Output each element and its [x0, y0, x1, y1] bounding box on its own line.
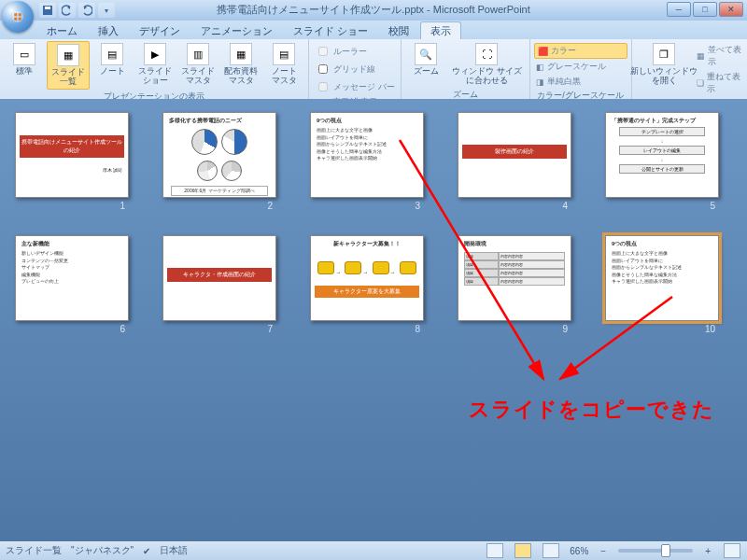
slide-number: 9	[562, 324, 571, 334]
cascade-icon: ❏	[697, 78, 704, 88]
slide-thumbnail[interactable]: 9つの視点 画面上に大きな文字と画像 画面レイアウトを簡単に 画面からシンプルな…	[310, 112, 424, 211]
new-window-icon: ❐	[653, 43, 675, 65]
zoom-icon: 🔍	[415, 43, 437, 65]
tab-review[interactable]: 校閲	[379, 22, 418, 39]
minimize-button[interactable]: ─	[667, 2, 691, 17]
arrange-all-button[interactable]: ▦並べて表示	[695, 43, 747, 69]
notes-master-button[interactable]: ▤ノート マスタ	[263, 41, 304, 90]
status-bar: スライド一覧 "ジャパネスク" ✔ 日本語 66% − +	[0, 541, 747, 560]
slide-master-button[interactable]: ▥スライド マスタ	[177, 41, 218, 90]
quick-access-toolbar: ▾	[39, 3, 115, 18]
pure-bw-button[interactable]: ◨単純白黒	[534, 75, 627, 89]
save-icon	[42, 5, 53, 16]
undo-icon	[62, 5, 73, 16]
slide-title: 新キャラクター大募集！！	[317, 240, 417, 248]
office-button[interactable]	[2, 1, 34, 33]
notes-page-icon: ▤	[101, 43, 123, 65]
group-presentation-views: ▭標準 ▦スライド 一覧 ▤ノート ▶スライド ショー ▥スライド マスタ ▦配…	[0, 39, 309, 99]
selected-slide: 9つの視点 画面上に大きな文字と画像 画面レイアウトを簡単に 画面からシンプルな…	[605, 235, 719, 321]
slide-thumbnail[interactable]: 新キャラクター大募集！！ → → → キャラクター原案を大募集 8	[310, 235, 424, 334]
status-language[interactable]: 日本語	[160, 544, 188, 557]
zoom-slider[interactable]	[618, 549, 693, 553]
slide-thumbnail[interactable]: 「携帯通のサイト」完成ステップ テンプレートの選択 ↓ レイアウトの編集 ↓ 公…	[605, 112, 719, 211]
group-window: ❐新しいウィンドウ を開く ▦並べて表示 ❏重ねて表示 ↔分割位置の移動 ⧉ウィ…	[632, 39, 747, 99]
tab-design[interactable]: デザイン	[130, 22, 190, 39]
messagebar-checkbox[interactable]: メッセージ バー	[313, 78, 397, 95]
svg-rect-1	[14, 13, 17, 16]
qat-redo-button[interactable]	[78, 3, 95, 18]
tab-slideshow[interactable]: スライド ショー	[284, 22, 377, 39]
view-normal-shortcut[interactable]	[486, 543, 503, 558]
gridlines-checkbox[interactable]: グリッド線	[313, 61, 397, 77]
slide-number: 5	[710, 201, 719, 211]
close-button[interactable]: ✕	[719, 2, 743, 17]
grayscale-icon: ◧	[536, 63, 544, 72]
slide-thumbnail[interactable]: 多様化する携帯電話のニーズ 2006年6月 マーケティング部調べ 2	[162, 112, 276, 211]
title-bar: ▾ 携帯電話向けメニューサイト作成ツール.pptx - Microsoft Po…	[0, 0, 747, 21]
slide-master-icon: ▥	[187, 43, 209, 65]
tab-home[interactable]: ホーム	[37, 22, 87, 39]
slide-title: 開発環境	[464, 240, 565, 248]
view-slide-sorter-button[interactable]: ▦スライド 一覧	[47, 41, 90, 90]
zoom-slider-thumb[interactable]	[661, 544, 670, 557]
slide-title: 携帯電話向けメニューサイト作成ツールの紹介	[20, 135, 124, 158]
chevron-down-icon: ▾	[105, 7, 108, 15]
tab-view[interactable]: 表示	[420, 21, 461, 39]
slide-thumbnail[interactable]: 製作画面の紹介 4	[458, 112, 571, 211]
slide-number: 8	[415, 324, 424, 334]
minimize-icon: ─	[676, 5, 682, 14]
slide-sorter: 携帯電話向けメニューサイト作成ツールの紹介 厚木 誠司 1 多様化する携帯電話の…	[0, 99, 747, 347]
slide-sorter-workspace[interactable]: 携帯電話向けメニューサイト作成ツールの紹介 厚木 誠司 1 多様化する携帯電話の…	[0, 99, 747, 541]
slide-thumbnail[interactable]: 主な新機能 新しいデザイン機能 コンテンツの一括変更 サイトマップ 編集機能 プ…	[15, 235, 129, 334]
qat-undo-button[interactable]	[59, 3, 76, 18]
slideshow-icon: ▶	[144, 43, 166, 65]
slide-title: 主な新機能	[21, 240, 122, 248]
tab-animations[interactable]: アニメーション	[191, 22, 282, 39]
slide-thumbnail[interactable]: 携帯電話向けメニューサイト作成ツールの紹介 厚木 誠司 1	[15, 112, 129, 211]
annotation-text: スライドをコピーできた	[469, 396, 714, 424]
color-icon: 🟥	[538, 47, 548, 56]
spellcheck-icon[interactable]: ✔	[143, 546, 150, 556]
view-sorter-shortcut[interactable]	[514, 543, 531, 558]
app-window: ▾ 携帯電話向けメニューサイト作成ツール.pptx - Microsoft Po…	[0, 0, 747, 560]
redo-icon	[81, 5, 92, 16]
grayscale-button[interactable]: ◧グレースケール	[534, 60, 627, 74]
status-theme: "ジャパネスク"	[71, 544, 134, 557]
zoom-out-button[interactable]: −	[598, 546, 609, 556]
view-notes-page-button[interactable]: ▤ノート	[92, 41, 133, 90]
close-icon: ✕	[727, 5, 735, 14]
fit-to-window-button[interactable]: ⛶ウィンドウ サイズ に合わせる	[448, 41, 526, 88]
window-controls: ─ □ ✕	[667, 2, 743, 17]
slide-thumbnail[interactable]: 9つの視点 画面上に大きな文字と画像 画面レイアウトを簡単に 画面からシンプルな…	[605, 235, 719, 334]
slide-number: 4	[562, 201, 571, 211]
svg-point-0	[12, 11, 23, 22]
slide-number: 7	[267, 324, 276, 334]
color-button[interactable]: 🟥カラー	[534, 43, 627, 59]
cascade-button[interactable]: ❏重ねて表示	[695, 70, 747, 96]
zoom-percent[interactable]: 66%	[570, 546, 588, 556]
qat-save-button[interactable]	[39, 3, 56, 18]
slide-title: 9つの視点	[317, 117, 417, 125]
handout-master-button[interactable]: ▦配布資料 マスタ	[220, 41, 261, 90]
group-color-grayscale: 🟥カラー ◧グレースケール ◨単純白黒 カラー/グレースケール	[530, 39, 632, 99]
slide-thumbnail[interactable]: キャラクタ・作成画面の紹介 7	[162, 235, 276, 334]
fit-to-window-shortcut[interactable]	[724, 543, 740, 558]
status-view-mode: スライド一覧	[6, 544, 62, 557]
qat-customize-button[interactable]: ▾	[98, 3, 115, 18]
view-slideshow-button[interactable]: ▶スライド ショー	[134, 41, 176, 90]
slide-number: 10	[705, 324, 719, 334]
zoom-in-button[interactable]: +	[702, 546, 713, 556]
sorter-view-icon: ▦	[57, 44, 79, 66]
zoom-button[interactable]: 🔍ズーム	[405, 41, 446, 88]
view-slideshow-shortcut[interactable]	[543, 543, 559, 558]
view-normal-button[interactable]: ▭標準	[4, 41, 45, 90]
slide-number: 3	[415, 201, 424, 211]
slide-thumbnail[interactable]: 開発環境 項目 内容内容内容 項目 内容内容内容 項目 内容内容内容	[458, 235, 571, 334]
svg-rect-2	[19, 13, 21, 16]
tab-insert[interactable]: 挿入	[89, 22, 128, 39]
ruler-checkbox[interactable]: ルーラー	[313, 43, 397, 60]
ribbon-tabs: ホーム 挿入 デザイン アニメーション スライド ショー 校閲 表示	[0, 21, 747, 39]
maximize-icon: □	[702, 5, 707, 14]
slide-number: 6	[120, 324, 129, 334]
maximize-button[interactable]: □	[693, 2, 717, 17]
